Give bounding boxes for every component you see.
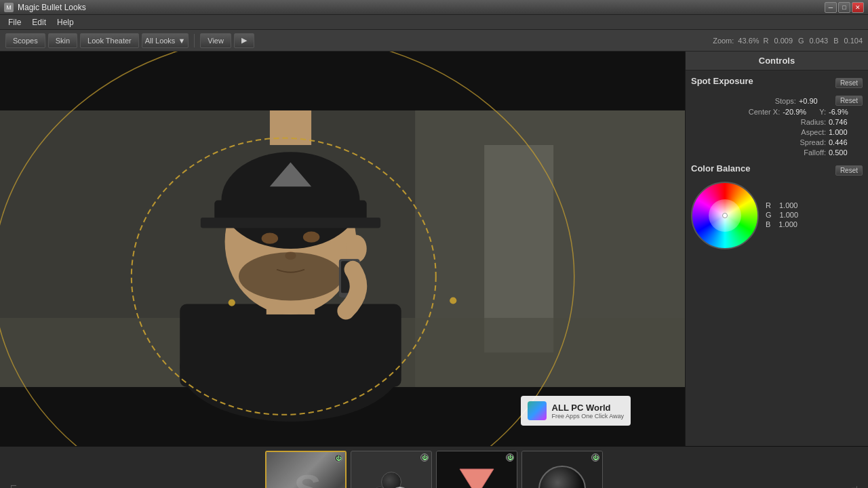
g-channel-label: G: [798, 37, 804, 45]
cosmo-power[interactable]: ⏻: [506, 453, 514, 462]
r-channel-label: R: [764, 37, 769, 45]
g-label: G: [766, 211, 772, 219]
svg-point-4: [180, 311, 401, 422]
colorista-card[interactable]: ⏻ Colorista 3-Way: [351, 451, 432, 488]
lens-distortion-power[interactable]: ⏻: [591, 453, 599, 462]
colorista-header: ⏻: [351, 451, 431, 464]
color-balance-label: Color Balance: [691, 163, 750, 174]
window-controls: ─ □ ✕: [825, 2, 864, 13]
b-label: B: [766, 220, 770, 228]
svg-point-21: [132, 138, 436, 415]
title-bar: M Magic Bullet Looks ─ □ ✕: [0, 0, 868, 15]
svg-point-17: [346, 235, 367, 263]
svg-point-13: [262, 233, 278, 244]
tools-label: Tools: [848, 481, 861, 488]
view-button[interactable]: View: [200, 33, 231, 48]
colorista-dark-circle: [381, 472, 401, 489]
menu-bar: File Edit Help: [0, 15, 868, 30]
toolbar-separator: [194, 34, 195, 47]
spot-exposure-card[interactable]: ⏻ S Spot Exposure: [265, 451, 347, 488]
controls-panel: Controls Spot Exposure Reset Stops: +0.9…: [685, 52, 868, 446]
b-channel-label: B: [833, 37, 838, 45]
svg-rect-20: [341, 261, 357, 293]
play-button[interactable]: ▶: [234, 33, 254, 48]
falloff-label: Falloff:: [804, 148, 826, 157]
svg-point-24: [450, 297, 456, 304]
color-balance-reset-button[interactable]: Reset: [835, 165, 863, 176]
svg-point-22: [0, 52, 574, 446]
scopes-button[interactable]: Scopes: [5, 33, 45, 48]
r-label: R: [766, 201, 771, 209]
menu-edit[interactable]: Edit: [26, 15, 52, 29]
controls-body: Spot Exposure Reset Stops: +0.90 Reset C…: [686, 70, 868, 446]
center-x-value: -20.9%: [783, 108, 816, 116]
falloff-value: 0.500: [829, 148, 863, 157]
main-content: ALL PC World Free Apps One Click Away Co…: [0, 52, 868, 446]
aspect-value: 1.000: [829, 128, 863, 136]
svg-rect-19: [339, 259, 360, 297]
stops-row: Stops: +0.90 Reset: [691, 96, 863, 106]
color-wheel[interactable]: [691, 182, 759, 249]
watermark-text: ALL PC World Free Apps One Click Away: [552, 403, 624, 420]
svg-point-23: [229, 299, 235, 306]
svg-point-8: [225, 169, 357, 314]
cosmo-header: ⏻: [437, 451, 517, 464]
b-value: 1.000: [778, 220, 797, 228]
menu-file[interactable]: File: [3, 15, 26, 29]
svg-rect-2: [484, 145, 553, 352]
colorista-power[interactable]: ⏻: [420, 453, 429, 462]
stops-reset-button[interactable]: Reset: [835, 96, 863, 106]
zoom-info: Zoom: 43.6% R 0.009 G 0.043 B 0.104: [713, 37, 863, 45]
svg-rect-11: [201, 218, 380, 228]
svg-point-14: [303, 231, 319, 242]
dropdown-arrow-icon: ▼: [178, 37, 185, 45]
svg-rect-7: [267, 277, 315, 314]
preview-panel[interactable]: ALL PC World Free Apps One Click Away: [0, 52, 685, 446]
lens-distortion-header: ⏻: [522, 451, 602, 464]
skin-button[interactable]: Skin: [48, 33, 77, 48]
app-icon: M: [4, 3, 14, 12]
svg-rect-0: [0, 110, 685, 387]
close-button[interactable]: ✕: [852, 2, 864, 13]
color-wheel-container: R 1.000 G 1.000 B 1.000: [691, 182, 863, 249]
center-x-label: Center X:: [749, 108, 780, 116]
b-channel-value: 0.104: [844, 37, 863, 45]
menu-help[interactable]: Help: [52, 15, 79, 29]
g-value: 1.000: [780, 211, 799, 219]
spread-value: 0.446: [829, 138, 863, 146]
radius-value: 0.746: [829, 118, 863, 126]
video-preview[interactable]: ALL PC World Free Apps One Click Away: [0, 52, 685, 446]
g-channel-value: 0.043: [810, 37, 829, 45]
look-theater-button[interactable]: Look Theater: [80, 33, 139, 48]
r-channel-value: 0.009: [774, 37, 793, 45]
svg-marker-25: [460, 469, 494, 489]
spot-exposure-header: ⏻: [267, 452, 345, 464]
svg-point-15: [285, 251, 296, 260]
controls-header: Controls: [686, 52, 868, 70]
color-wheel-dot[interactable]: [722, 213, 728, 218]
watermark-logo: [528, 401, 547, 420]
falloff-row: Falloff: 0.500: [691, 148, 863, 157]
cosmo-card[interactable]: ⏻ Cosmo: [436, 451, 517, 488]
main-reset-button[interactable]: Reset: [835, 78, 863, 88]
svg-point-9: [221, 152, 359, 249]
rgb-values: R 1.000 G 1.000 B 1.000: [766, 201, 798, 230]
color-balance-section: Color Balance Reset R 1.000 G 1: [691, 163, 863, 249]
lens-distortion-card[interactable]: ⏻ Lens Distortion: [521, 451, 603, 488]
radius-label: Radius:: [801, 118, 826, 126]
svg-rect-5: [180, 304, 401, 387]
svg-rect-6: [270, 110, 311, 145]
spot-exposure-power[interactable]: ⏻: [334, 454, 342, 462]
effects-row: Looks ⏻ S Spot Exposure ⏻: [0, 447, 868, 488]
all-looks-dropdown[interactable]: All Looks ▼: [142, 33, 189, 48]
maximize-button[interactable]: □: [838, 2, 850, 13]
y-label: Y:: [819, 108, 826, 116]
martini-icon: [456, 466, 497, 489]
aspect-label: Aspect:: [801, 128, 826, 136]
svg-rect-18: [339, 259, 360, 297]
center-row: Center X: -20.9% Y: -6.9%: [691, 108, 863, 116]
y-value: -6.9%: [829, 108, 863, 116]
aspect-row: Aspect: 1.000: [691, 128, 863, 136]
svg-rect-10: [214, 201, 366, 222]
minimize-button[interactable]: ─: [825, 2, 837, 13]
